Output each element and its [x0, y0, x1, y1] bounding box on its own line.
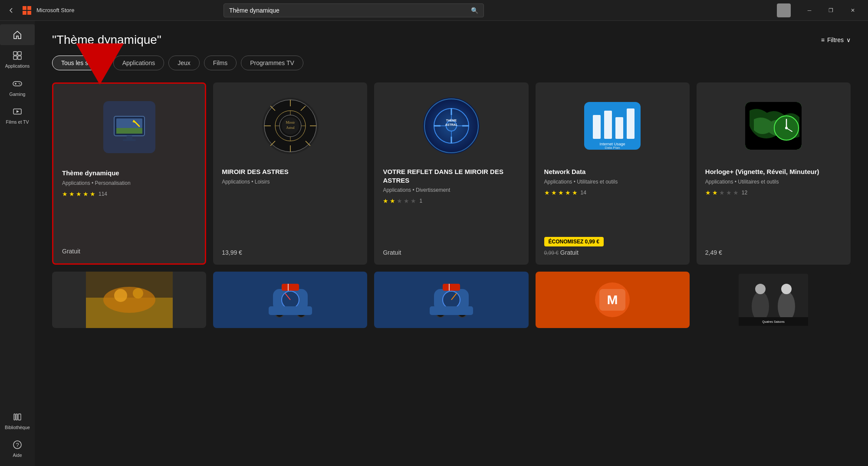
- miroir-icon: Miroir Astral: [262, 98, 319, 154]
- app-card-horloge[interactable]: Horloge+ (Vignette, Réveil, Minuteur) Ap…: [697, 82, 851, 265]
- app-card-votre-reflet[interactable]: THÈME ASTRAL VOTRE REFLET DANS LE MIROIR…: [374, 82, 528, 265]
- sidebar-item-films[interactable]: Films et TV: [0, 101, 35, 129]
- svg-rect-59: [627, 108, 635, 139]
- sidebar-item-gaming[interactable]: Gaming: [0, 73, 35, 102]
- star-1-5: ★: [90, 190, 95, 197]
- filters-chevron-icon: ∨: [846, 36, 851, 43]
- star-1-2: ★: [69, 190, 75, 197]
- sidebar-item-home[interactable]: [0, 24, 35, 45]
- network-icon: Internet Usage Data Plan: [584, 102, 641, 150]
- gaming-icon: [11, 78, 23, 90]
- app-category-2: Applications • Loisirs: [222, 179, 358, 185]
- star-4-5: ★: [572, 189, 578, 196]
- svg-point-12: [20, 84, 20, 85]
- search-input[interactable]: [229, 7, 467, 14]
- star-1-1: ★: [62, 190, 68, 197]
- votre-reflet-icon-area: THÈME ASTRAL: [383, 91, 519, 161]
- star-4-1: ★: [544, 189, 550, 196]
- bibliotheque-label: Bibliothèque: [5, 425, 30, 430]
- star-3-3: ★: [397, 197, 402, 204]
- star-3-1: ★: [383, 197, 388, 204]
- svg-point-98: [755, 284, 766, 294]
- sidebar-item-aide[interactable]: ? Aide: [5, 434, 30, 463]
- horloge-icon-area: [705, 91, 842, 161]
- app-category-5: Applications • Utilitaires et outils: [705, 179, 842, 185]
- svg-point-70: [103, 287, 155, 313]
- svg-rect-88: [430, 306, 473, 315]
- review-count-5: 12: [742, 190, 747, 196]
- tab-tv[interactable]: Programmes TV: [241, 56, 303, 70]
- app-category-1: Applications • Personalisation: [62, 180, 196, 186]
- svg-point-99: [778, 291, 795, 322]
- svg-rect-79: [269, 306, 312, 315]
- content-area: "Thème dynamique" ≡ Filtres ∨ Tous les s…: [35, 21, 868, 466]
- app-card-r2-5[interactable]: Quatres Saisons: [697, 272, 851, 328]
- app-name-1: Thème dynamique: [62, 169, 196, 177]
- app-card-miroir[interactable]: Miroir Astral MIROIR DES ASTRES: [213, 82, 367, 265]
- svg-rect-56: [593, 115, 601, 139]
- svg-rect-15: [16, 414, 17, 420]
- svg-text:Data Plan: Data Plan: [605, 146, 620, 150]
- ms-store-icon: [23, 6, 31, 15]
- app-stars-3: ★ ★ ★ ★ ★ 1: [383, 197, 519, 204]
- sidebar-item-applications[interactable]: Applications: [0, 45, 35, 73]
- svg-point-100: [781, 284, 792, 294]
- tab-jeux[interactable]: Jeux: [168, 56, 200, 70]
- svg-rect-89: [443, 284, 460, 291]
- app-stars-5: ★ ★ ★ ★ ★ 12: [705, 189, 842, 196]
- theme-dynamique-icon-area: [62, 92, 196, 162]
- svg-text:Astral: Astral: [286, 126, 295, 130]
- filters-button[interactable]: ≡ Filtres ∨: [821, 36, 851, 43]
- svg-rect-6: [13, 56, 17, 59]
- app-name-4: Network Data: [544, 167, 681, 176]
- gaming-label: Gaming: [10, 92, 26, 97]
- svg-rect-1: [27, 6, 31, 10]
- svg-rect-2: [23, 11, 26, 15]
- films-tv-label: Films et TV: [6, 119, 29, 125]
- sidebar: Applications Gaming Films e: [0, 21, 35, 466]
- app-category-3: Applications • Divertissement: [383, 187, 519, 193]
- svg-text:Miroir: Miroir: [286, 121, 295, 125]
- titlebar: Microsoft Store 🔍 ─ ❐ ✕: [0, 0, 868, 21]
- star-5-5: ★: [733, 189, 739, 196]
- window-controls: ─ ❐ ✕: [799, 3, 863, 17]
- svg-rect-24: [123, 139, 136, 141]
- app-card-r2-3[interactable]: [374, 272, 528, 328]
- app-stars-1: ★ ★ ★ ★ ★ 114: [62, 190, 196, 197]
- app-price-4: ÉCONOMISEZ 0,99 € 0,99 € Gratuit: [544, 233, 681, 256]
- minimize-button[interactable]: ─: [799, 3, 819, 17]
- svg-text:THÈME: THÈME: [446, 118, 457, 122]
- restore-button[interactable]: ❐: [821, 3, 841, 17]
- applications-icon: [11, 49, 23, 62]
- app-card-network[interactable]: Internet Usage Data Plan Network Data Ap…: [536, 82, 690, 265]
- svg-point-11: [19, 83, 20, 84]
- app-card-r2-4[interactable]: M: [536, 272, 690, 328]
- review-count-3: 1: [419, 198, 422, 204]
- svg-rect-22: [116, 128, 142, 134]
- svg-rect-0: [23, 6, 26, 10]
- avatar[interactable]: [777, 3, 791, 17]
- app-price-2: 13,99 €: [222, 245, 358, 256]
- svg-rect-23: [126, 136, 132, 139]
- star-5-3: ★: [719, 189, 725, 196]
- sidebar-item-bibliotheque[interactable]: Bibliothèque: [5, 407, 30, 435]
- search-bar[interactable]: 🔍: [224, 3, 484, 17]
- app-card-theme-dynamique[interactable]: Thème dynamique Applications • Personali…: [52, 82, 206, 265]
- app-card-r2-1[interactable]: [52, 272, 206, 328]
- back-button[interactable]: [5, 4, 17, 16]
- app-category-4: Applications • Utilitaires et outils: [544, 179, 681, 185]
- films-icon: [11, 105, 23, 118]
- svg-rect-5: [18, 52, 21, 55]
- close-button[interactable]: ✕: [843, 3, 863, 17]
- aide-label: Aide: [13, 453, 22, 458]
- svg-point-66: [785, 127, 788, 129]
- app-card-r2-2[interactable]: [213, 272, 367, 328]
- svg-rect-80: [282, 284, 299, 291]
- tab-films[interactable]: Films: [204, 56, 237, 70]
- horloge-icon: [745, 102, 802, 150]
- svg-rect-57: [604, 111, 612, 139]
- svg-point-71: [114, 289, 127, 302]
- app-price-5: 2,49 €: [705, 245, 842, 256]
- svg-rect-4: [13, 52, 17, 55]
- star-5-4: ★: [726, 189, 732, 196]
